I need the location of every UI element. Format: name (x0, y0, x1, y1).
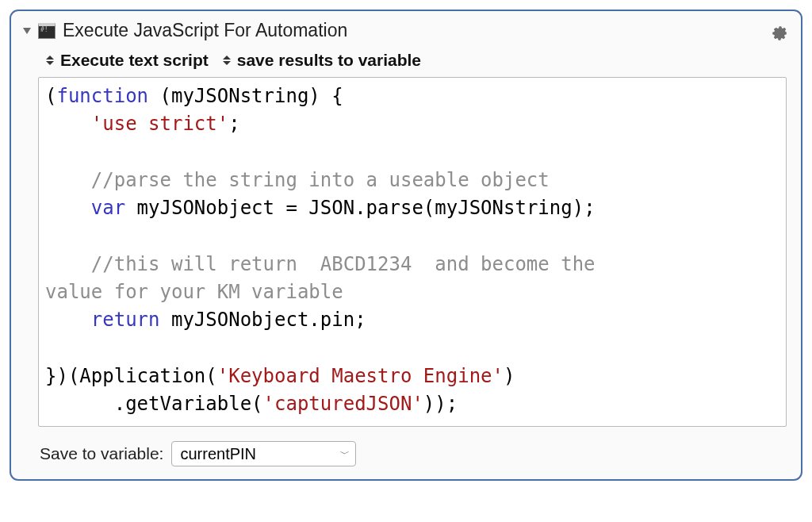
code-token: value for your KM variable (45, 281, 343, 303)
code-token: //this will return ABCD1234 and become t… (91, 253, 607, 275)
gear-icon (770, 21, 789, 40)
code-token: .getVariable( (45, 393, 263, 415)
action-header: Execute JavaScript For Automation (22, 20, 790, 41)
save-row: Save to variable: ﹀ (40, 441, 790, 466)
variable-combobox[interactable]: ﹀ (171, 441, 356, 466)
code-token: function (56, 85, 148, 107)
action-card: Execute JavaScript For Automation Execut… (10, 10, 802, 481)
code-token: 'use strict' (91, 113, 228, 135)
output-mode-dropdown[interactable]: save results to variable (237, 51, 421, 70)
code-token (45, 197, 91, 219)
code-token (45, 253, 91, 275)
save-to-variable-label: Save to variable: (40, 444, 163, 463)
script-text-area[interactable]: (function (myJSONstring) { 'use strict';… (38, 77, 787, 427)
code-token: ) (504, 365, 515, 387)
code-token: (myJSONstring) { (148, 85, 343, 107)
stepper-icon[interactable] (223, 56, 231, 65)
stepper-icon[interactable] (46, 56, 54, 65)
action-title: Execute JavaScript For Automation (63, 20, 347, 41)
code-token: myJSONobject.pin; (160, 309, 366, 331)
code-token: return (91, 309, 160, 331)
code-token: 'capturedJSON' (263, 393, 423, 415)
variable-name-input[interactable] (172, 443, 335, 466)
code-token: var (91, 197, 125, 219)
code-token: 'Keyboard Maestro Engine' (217, 365, 504, 387)
code-token: )); (423, 393, 458, 415)
code-token: //parse the string into a useable object (91, 169, 550, 191)
code-token: ; (228, 113, 239, 135)
code-token: myJSONobject = JSON.parse(myJSONstring); (125, 197, 595, 219)
script-source-dropdown[interactable]: Execute text script (60, 51, 209, 70)
code-token: ( (45, 85, 56, 107)
code-token (45, 309, 91, 331)
options-row: Execute text script save results to vari… (22, 51, 790, 70)
code-token: })(Application( (45, 365, 217, 387)
code-token (45, 113, 91, 135)
disclosure-triangle-icon[interactable] (23, 28, 31, 34)
chevron-down-icon[interactable]: ﹀ (335, 447, 355, 461)
script-icon (38, 23, 56, 39)
code-token (45, 169, 91, 191)
gear-button[interactable] (769, 21, 790, 41)
